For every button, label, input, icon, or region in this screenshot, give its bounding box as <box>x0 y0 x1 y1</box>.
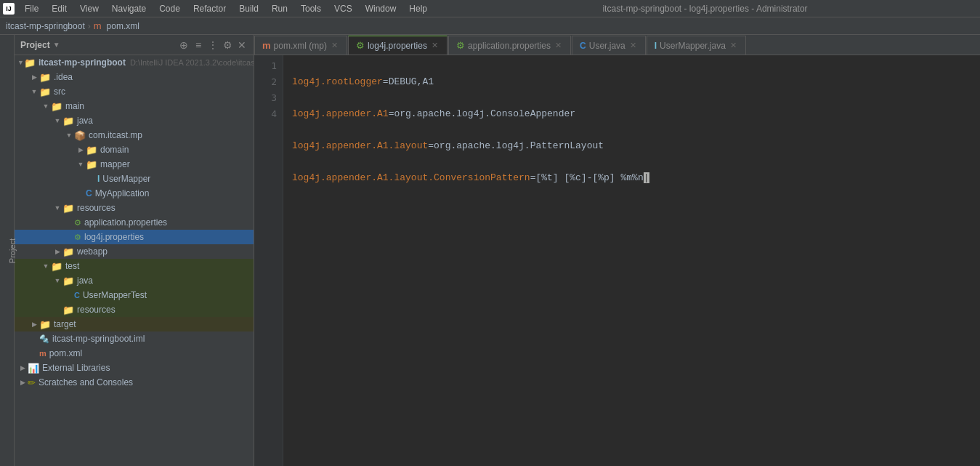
tree-label-main: main <box>65 101 84 111</box>
tree-item-target[interactable]: ▶ 📁 target <box>15 317 254 332</box>
tree-item-log4jprops[interactable]: ⚙ log4j.properties <box>15 230 254 244</box>
menu-navigate[interactable]: Navigate <box>106 2 152 15</box>
arrow-myapp <box>76 190 86 197</box>
tree-label-mapper-folder: mapper <box>100 159 130 169</box>
menu-code[interactable]: Code <box>153 2 186 15</box>
tree-item-appprops[interactable]: ⚙ application.properties <box>15 215 254 230</box>
tab-app-close[interactable]: ✕ <box>554 40 563 51</box>
tree-label-testjava: java <box>77 276 93 286</box>
tree-label-usermappertest: UserMapperTest <box>83 290 147 300</box>
tree-item-testres[interactable]: 📁 resources <box>15 302 254 317</box>
tree-item-java[interactable]: ▼ 📁 java <box>15 113 254 128</box>
folder-icon-extlib: 📊 <box>28 363 39 374</box>
arrow-idea: ▶ <box>29 73 39 81</box>
tab-user-close[interactable]: ✕ <box>628 40 638 51</box>
project-side-label: Project <box>8 238 17 262</box>
tab-log4j[interactable]: ⚙ log4j.properties ✕ <box>348 36 448 55</box>
tab-log4j-close[interactable]: ✕ <box>430 40 440 51</box>
menu-window[interactable]: Window <box>360 2 402 15</box>
tree-label-webapp: webapp <box>77 246 108 257</box>
tree-item-iml[interactable]: 🔩 itcast-mp-springboot.iml <box>15 332 254 346</box>
arrow-test: ▼ <box>41 262 51 270</box>
tree-item-idea[interactable]: ▶ 📁 .idea <box>15 70 254 84</box>
tree-label-extlib: External Libraries <box>42 363 110 373</box>
project-title: Project <box>20 40 50 50</box>
folder-icon-package: 📦 <box>74 130 86 141</box>
folder-icon-target: 📁 <box>39 319 51 330</box>
menu-vcs[interactable]: VCS <box>328 2 358 15</box>
tab-pom[interactable]: m pom.xml (mp) ✕ <box>254 36 347 55</box>
tree-item-webapp[interactable]: ▶ 📁 webapp <box>15 244 254 259</box>
tree-item-main[interactable]: ▼ 📁 main <box>15 99 254 113</box>
menu-refactor[interactable]: Refactor <box>187 2 232 15</box>
tree-item-pomxml[interactable]: m pom.xml <box>15 346 254 361</box>
project-dropdown-icon[interactable]: ▼ <box>53 41 60 49</box>
tree-label-testres: resources <box>77 305 116 315</box>
menu-edit[interactable]: Edit <box>46 2 73 15</box>
app-logo: IJ <box>3 3 15 15</box>
close-panel-icon[interactable]: ✕ <box>236 39 248 51</box>
tab-mapper-close[interactable]: ✕ <box>729 40 738 51</box>
project-tree[interactable]: ▼ 📁 itcast-mp-springboot D:\IntelliJ IDE… <box>15 55 254 466</box>
tree-label-myapp: MyApplication <box>95 188 150 198</box>
project-side-panel[interactable]: Project <box>0 35 15 466</box>
arrow-package: ▼ <box>64 132 74 139</box>
tree-item-src[interactable]: ▼ 📁 src <box>15 84 254 99</box>
breadcrumb-file[interactable]: pom.xml <box>107 21 139 31</box>
code-content[interactable]: log4j.rootLogger=DEBUG,A1 log4j.appender… <box>283 55 980 466</box>
project-header: Project ▼ ⊕ ≡ ⋮ ⚙ ✕ <box>15 35 254 55</box>
file-icon-appprops: ⚙ <box>74 218 81 228</box>
menu-build[interactable]: Build <box>233 2 264 15</box>
menu-tools[interactable]: Tools <box>295 2 327 15</box>
arrow-testjava: ▼ <box>52 277 62 284</box>
code-line-3: log4j.appender.A1.layout=org.apache.log4… <box>292 138 971 154</box>
tree-item-mapper-folder[interactable]: ▼ 📁 mapper <box>15 157 254 172</box>
code-line-4: log4j.appender.A1.layout.ConversionPatte… <box>292 170 971 186</box>
tab-user[interactable]: C User.java ✕ <box>572 36 646 55</box>
tab-pom-close[interactable]: ✕ <box>330 40 339 51</box>
arrow-extlib: ▶ <box>17 364 28 371</box>
tab-app-icon: ⚙ <box>456 40 465 51</box>
tab-mapper-icon: I <box>655 41 657 51</box>
tree-label-idea: .idea <box>54 72 73 82</box>
breadcrumb-bar: itcast-mp-springboot › m pom.xml <box>0 17 980 35</box>
breadcrumb-project[interactable]: itcast-mp-springboot <box>6 21 85 31</box>
arrow-scratches: ▶ <box>17 379 28 386</box>
tree-item-testjava[interactable]: ▼ 📁 java <box>15 273 254 288</box>
menu-run[interactable]: Run <box>266 2 293 15</box>
line-num-1: 1 <box>254 58 277 74</box>
folder-icon-java: 📁 <box>62 116 74 126</box>
tree-label-root: itcast-mp-springboot <box>39 57 126 68</box>
tree-label-java: java <box>77 116 93 126</box>
tree-item-extlib[interactable]: ▶ 📊 External Libraries <box>15 361 254 375</box>
arrow-root: ▼ <box>17 59 24 66</box>
line-num-4: 4 <box>254 106 277 122</box>
locate-icon[interactable]: ⊕ <box>178 39 190 51</box>
tab-pom-label: pom.xml (mp) <box>274 41 327 51</box>
tree-item-root[interactable]: ▼ 📁 itcast-mp-springboot D:\IntelliJ IDE… <box>15 55 254 70</box>
menu-help[interactable]: Help <box>403 2 433 15</box>
tree-item-scratches[interactable]: ▶ ✏ Scratches and Consoles <box>15 375 254 390</box>
expand-icon[interactable]: ⋮ <box>207 39 219 51</box>
arrow-main: ▼ <box>41 103 51 110</box>
tree-item-usermappertest[interactable]: C UserMapperTest <box>15 288 254 302</box>
arrow-mapper-folder: ▼ <box>76 161 86 168</box>
code-editor[interactable]: 1 2 3 4 log4j.rootLogger=DEBUG,A1 log4j.… <box>254 55 980 466</box>
arrow-testres <box>52 306 62 313</box>
tab-app[interactable]: ⚙ application.properties ✕ <box>448 36 571 55</box>
collapse-icon[interactable]: ≡ <box>193 39 204 51</box>
tab-mapper[interactable]: I UserMapper.java ✕ <box>647 36 746 55</box>
tree-item-usermapper[interactable]: I UserMapper <box>15 172 254 186</box>
menu-view[interactable]: View <box>74 2 105 15</box>
tree-item-resources[interactable]: ▼ 📁 resources <box>15 201 254 215</box>
menu-file[interactable]: File <box>19 2 44 15</box>
tree-item-domain[interactable]: ▶ 📁 domain <box>15 142 254 157</box>
tree-item-test[interactable]: ▼ 📁 test <box>15 259 254 273</box>
tree-item-package[interactable]: ▼ 📦 com.itcast.mp <box>15 128 254 142</box>
folder-icon-src: 📁 <box>39 87 51 97</box>
tree-label-package: com.itcast.mp <box>89 130 142 140</box>
settings-icon[interactable]: ⚙ <box>222 39 233 51</box>
tree-item-myapp[interactable]: C MyApplication <box>15 186 254 201</box>
arrow-domain: ▶ <box>76 146 86 153</box>
tree-label-domain: domain <box>100 145 129 155</box>
